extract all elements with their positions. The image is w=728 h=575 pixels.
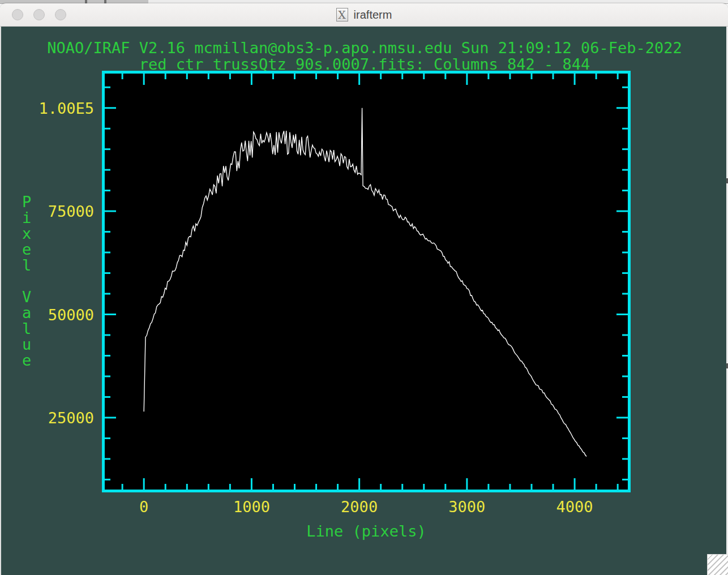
x-tick-label: 2000 — [341, 499, 378, 514]
window-title: irafterm — [354, 8, 392, 22]
plot-header-line2: red_ctr_trussQtz_90s.0007.fits: Columns … — [1, 57, 728, 72]
irafterm-window: X irafterm NOAO/IRAF V2.16 mcmillan@obs3… — [0, 3, 728, 575]
x-tick-label: 1000 — [233, 499, 270, 514]
window-title-group: X irafterm — [336, 8, 392, 22]
x-tick-label: 3000 — [448, 499, 485, 514]
y-tick-label: 25000 — [1, 410, 94, 425]
y-tick-label: 75000 — [1, 204, 94, 219]
y-axis-title: P i x e l V a l u e — [22, 194, 31, 368]
zoom-button[interactable] — [55, 9, 66, 20]
x-axis-title: Line (pixels) — [306, 523, 426, 539]
window-titlebar[interactable]: X irafterm — [0, 3, 728, 27]
plot-area[interactable] — [102, 71, 631, 492]
resize-grip-icon[interactable] — [707, 554, 728, 575]
x-tick-label: 4000 — [556, 499, 593, 514]
close-button[interactable] — [12, 9, 23, 20]
graphics-terminal-canvas[interactable]: NOAO/IRAF V2.16 mcmillan@obs3-p.apo.nmsu… — [0, 27, 728, 575]
x-tick-label: 0 — [139, 499, 148, 514]
y-tick-label: 50000 — [1, 307, 94, 322]
y-tick-label: 1.00E5 — [1, 100, 94, 115]
plot-background — [102, 71, 631, 492]
plot-header-line1: NOAO/IRAF V2.16 mcmillan@obs3-p.apo.nmsu… — [1, 40, 728, 55]
traffic-light-buttons — [12, 9, 66, 20]
x11-app-icon: X — [336, 8, 348, 22]
minimize-button[interactable] — [33, 9, 45, 20]
